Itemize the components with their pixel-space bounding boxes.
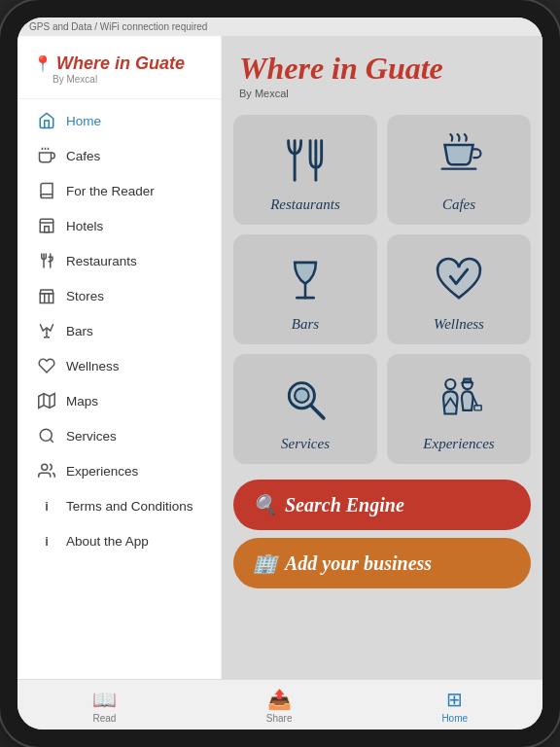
search-engine-label: Search Engine <box>285 494 404 516</box>
logo-title: Where in Guate <box>56 53 185 74</box>
read-nav-icon: 📖 <box>92 688 117 711</box>
bottom-nav-read[interactable]: 📖 Read <box>77 686 132 726</box>
services-grid-icon <box>277 372 333 428</box>
sidebar-item-maps[interactable]: Maps <box>21 383 217 418</box>
svg-point-13 <box>40 429 52 441</box>
search-engine-button[interactable]: 🔍 Search Engine <box>233 480 531 530</box>
category-grid: Restaurants Cafes <box>222 107 542 472</box>
sidebar-item-terms[interactable]: i Terms and Conditions <box>21 488 217 523</box>
bar-icon <box>37 321 56 340</box>
experiences-grid-icon <box>431 372 487 428</box>
svg-point-15 <box>42 464 48 470</box>
map-icon <box>37 391 56 410</box>
terms-icon: i <box>37 496 56 516</box>
experiences-icon <box>37 461 56 480</box>
sidebar-item-hotels[interactable]: Hotels <box>21 208 217 243</box>
book-icon <box>37 181 56 200</box>
sidebar-item-hotels-label: Hotels <box>66 219 103 233</box>
bottom-nav-share[interactable]: 📤 Share <box>251 686 308 726</box>
grid-card-services-label: Services <box>281 436 330 452</box>
wellness-icon <box>37 356 56 375</box>
logo-subtitle: By Mexcal <box>52 74 205 85</box>
main-title: Where in Guate <box>239 52 525 86</box>
add-business-button[interactable]: 🏢 Add your business <box>233 538 531 588</box>
sidebar-item-maps-label: Maps <box>66 394 98 409</box>
read-nav-label: Read <box>92 713 116 724</box>
bottom-nav-home[interactable]: ⊞ Home <box>426 686 483 726</box>
grid-card-experiences[interactable]: Experiences <box>387 354 531 464</box>
sidebar-item-for-the-reader[interactable]: For the Reader <box>21 173 217 208</box>
sidebar-item-experiences[interactable]: Experiences <box>21 453 217 488</box>
sidebar-item-restaurants-label: Restaurants <box>66 254 137 268</box>
sidebar-item-terms-label: Terms and Conditions <box>66 499 193 514</box>
hotel-icon <box>37 216 56 235</box>
grid-card-wellness[interactable]: Wellness <box>387 234 531 344</box>
sidebar-item-cafes[interactable]: Cafes <box>21 138 217 173</box>
status-bar: GPS and Data / WiFi connection required <box>18 18 542 36</box>
home-nav-icon: ⊞ <box>446 688 463 711</box>
sidebar-item-about[interactable]: i About the App <box>21 523 217 558</box>
store-icon <box>37 286 56 305</box>
add-business-icon: 🏢 <box>253 551 277 575</box>
sidebar-item-stores[interactable]: Stores <box>21 278 217 313</box>
svg-marker-10 <box>39 394 55 409</box>
restaurant-icon <box>37 251 56 270</box>
svg-line-23 <box>311 406 324 418</box>
svg-point-22 <box>295 389 309 404</box>
sidebar-item-reader-label: For the Reader <box>66 184 155 198</box>
grid-card-cafes[interactable]: Cafes <box>387 115 531 225</box>
screen: GPS and Data / WiFi connection required … <box>18 18 542 729</box>
main-subtitle: By Mexcal <box>239 88 525 99</box>
grid-card-restaurants-label: Restaurants <box>270 196 340 213</box>
cta-section: 🔍 Search Engine 🏢 Add your business <box>222 472 542 592</box>
grid-card-bars-label: Bars <box>292 316 319 333</box>
sidebar-item-wellness[interactable]: Wellness <box>21 348 217 383</box>
status-bar-text: GPS and Data / WiFi connection required <box>29 21 207 32</box>
svg-rect-3 <box>40 223 53 232</box>
sidebar-item-cafes-label: Cafes <box>66 149 100 163</box>
cafe-icon <box>37 146 56 165</box>
device-frame: GPS and Data / WiFi connection required … <box>0 0 560 747</box>
sidebar-item-home[interactable]: Home <box>21 103 217 138</box>
sidebar-item-about-label: About the App <box>66 534 149 549</box>
sidebar-item-stores-label: Stores <box>66 289 104 303</box>
sidebar-item-wellness-label: Wellness <box>66 359 120 374</box>
grid-card-wellness-label: Wellness <box>434 316 484 333</box>
cafes-grid-icon <box>431 132 487 189</box>
restaurants-grid-icon <box>277 132 333 189</box>
sidebar-item-bars[interactable]: Bars <box>21 313 217 348</box>
svg-line-14 <box>50 439 52 442</box>
sidebar-item-services[interactable]: Services <box>21 418 217 453</box>
about-icon: i <box>37 531 56 551</box>
svg-rect-4 <box>45 227 50 232</box>
sidebar-item-experiences-label: Experiences <box>66 464 138 479</box>
sidebar-item-home-label: Home <box>66 114 101 128</box>
app-logo: 📍 Where in Guate By Mexcal <box>18 44 221 99</box>
add-business-label: Add your business <box>285 552 432 575</box>
sidebar-item-bars-label: Bars <box>66 324 93 338</box>
share-nav-icon: 📤 <box>267 688 292 711</box>
sidebar-item-restaurants[interactable]: Restaurants <box>21 243 217 278</box>
search-engine-icon: 🔍 <box>253 493 277 516</box>
share-nav-label: Share <box>266 713 293 724</box>
grid-card-experiences-label: Experiences <box>423 436 494 452</box>
services-icon <box>37 426 56 445</box>
svg-rect-7 <box>40 294 53 303</box>
grid-card-restaurants[interactable]: Restaurants <box>233 115 377 225</box>
app-title-area: Where in Guate By Mexcal <box>222 36 542 107</box>
grid-card-services[interactable]: Services <box>233 354 377 464</box>
sidebar: 📍 Where in Guate By Mexcal Home Cafes <box>18 36 222 679</box>
main-content: Where in Guate By Mexcal Restaurants <box>222 36 542 679</box>
sidebar-item-services-label: Services <box>66 429 117 444</box>
app-body: 📍 Where in Guate By Mexcal Home Cafes <box>18 36 542 679</box>
bars-grid-icon <box>277 252 333 308</box>
wellness-grid-icon <box>431 252 487 308</box>
svg-rect-29 <box>474 406 481 410</box>
home-nav-label: Home <box>441 713 468 724</box>
svg-point-24 <box>445 379 455 389</box>
grid-card-bars[interactable]: Bars <box>233 234 377 344</box>
grid-card-cafes-label: Cafes <box>442 196 475 213</box>
logo-pin-icon: 📍 <box>33 54 52 73</box>
bottom-nav: 📖 Read 📤 Share ⊞ Home <box>18 679 542 729</box>
home-icon <box>37 111 56 130</box>
